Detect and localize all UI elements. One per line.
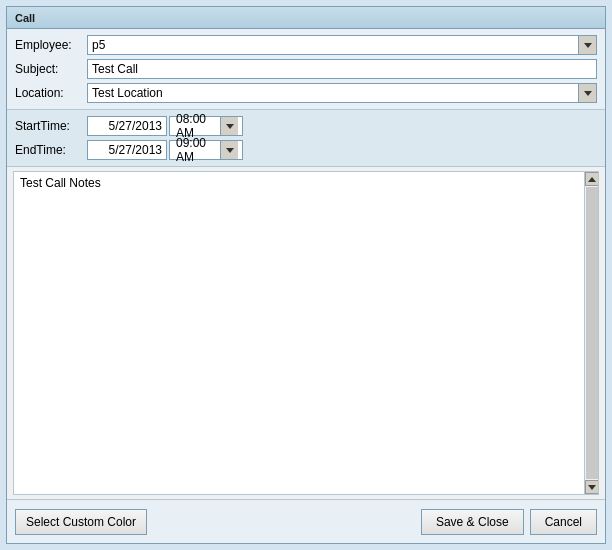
start-time-label: StartTime:: [15, 119, 87, 133]
start-time-arrow[interactable]: [220, 117, 238, 135]
notes-area[interactable]: Test Call Notes: [13, 171, 599, 495]
scroll-up-icon: [588, 177, 596, 182]
location-select[interactable]: Test Location: [87, 83, 597, 103]
window-title: Call: [15, 12, 35, 24]
end-time-value: 09:00 AM: [174, 136, 220, 164]
chevron-down-icon: [584, 91, 592, 96]
subject-label: Subject:: [15, 62, 87, 76]
location-row: Location: Test Location: [15, 83, 597, 103]
employee-row: Employee: p5: [15, 35, 597, 55]
employee-label: Employee:: [15, 38, 87, 52]
end-time-label: EndTime:: [15, 143, 87, 157]
end-time-arrow[interactable]: [220, 141, 238, 159]
save-close-button[interactable]: Save & Close: [421, 509, 524, 535]
form-area: Employee: p5 Subject: Location: Test Loc…: [7, 29, 605, 110]
start-time-select[interactable]: 08:00 AM: [169, 116, 243, 136]
scroll-up-button[interactable]: [585, 172, 599, 186]
datetime-area: StartTime: 08:00 AM EndTime: 09:00 AM: [7, 110, 605, 167]
title-bar: Call: [7, 7, 605, 29]
scroll-down-icon: [588, 485, 596, 490]
chevron-down-icon: [584, 43, 592, 48]
chevron-down-icon: [226, 148, 234, 153]
end-time-row: EndTime: 09:00 AM: [15, 140, 597, 160]
end-date-input[interactable]: [87, 140, 167, 160]
footer-left: Select Custom Color: [15, 509, 147, 535]
scroll-thumb[interactable]: [586, 187, 598, 479]
subject-row: Subject:: [15, 59, 597, 79]
chevron-down-icon: [226, 124, 234, 129]
notes-content: Test Call Notes: [14, 172, 598, 194]
employee-select[interactable]: p5: [87, 35, 597, 55]
end-time-select[interactable]: 09:00 AM: [169, 140, 243, 160]
footer: Select Custom Color Save & Close Cancel: [7, 499, 605, 543]
start-date-input[interactable]: [87, 116, 167, 136]
call-window: Call Employee: p5 Subject: Location: Tes…: [6, 6, 606, 544]
cancel-button[interactable]: Cancel: [530, 509, 597, 535]
scroll-down-button[interactable]: [585, 480, 599, 494]
start-time-container: 08:00 AM: [169, 116, 243, 136]
start-time-row: StartTime: 08:00 AM: [15, 116, 597, 136]
location-label: Location:: [15, 86, 87, 100]
subject-input[interactable]: [87, 59, 597, 79]
location-dropdown-arrow[interactable]: [578, 84, 596, 102]
employee-select-value: p5: [88, 38, 578, 52]
location-select-value: Test Location: [88, 86, 578, 100]
footer-right: Save & Close Cancel: [421, 509, 597, 535]
select-custom-color-button[interactable]: Select Custom Color: [15, 509, 147, 535]
scrollbar[interactable]: [584, 172, 598, 494]
end-time-container: 09:00 AM: [169, 140, 243, 160]
employee-dropdown-arrow[interactable]: [578, 36, 596, 54]
